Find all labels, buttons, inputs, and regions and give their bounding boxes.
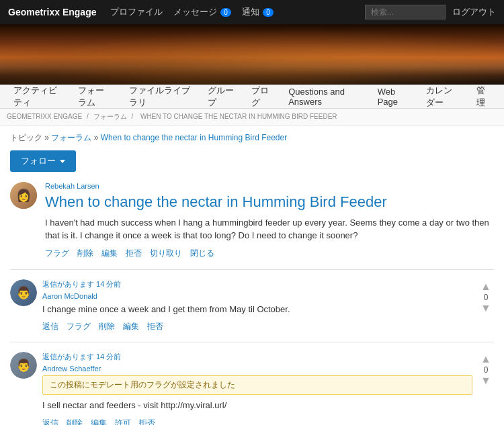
main-post-actions: フラグ 削除 編集 拒否 切り取り 閉じる (45, 248, 494, 259)
notifications-badge: 0 (263, 8, 274, 17)
reply-1-actions: 返信 フラグ 削除 編集 拒否 (42, 321, 472, 332)
reply-1-action-edit[interactable]: 編集 (123, 321, 139, 332)
reply-1-vote-count: 0 (484, 293, 489, 302)
topic-forum-link[interactable]: フォーラム (51, 133, 91, 142)
main-content: トピック » フォーラム » When to change the nectar… (0, 126, 504, 425)
reply-2-meta: 返信があります 14 分前 (42, 352, 472, 362)
breadcrumb-sep2: / (131, 113, 135, 120)
rebekah-avatar: 👩 (10, 182, 37, 209)
reply-1-action-reply[interactable]: 返信 (42, 321, 58, 332)
brand-logo: Geometrixx Engage (8, 7, 97, 17)
reply-2-action-reply[interactable]: 返信 (42, 418, 58, 425)
hero-image (0, 24, 504, 85)
reply-2-votes: ▲ 0 ▼ (478, 352, 494, 425)
top-nav-links: プロファイル メッセージ 0 通知 0 (110, 6, 366, 18)
main-post-text: I haven't had much success when I hang a… (45, 216, 494, 242)
divider-1 (10, 269, 494, 270)
divider-2 (10, 342, 494, 342)
reply-1-meta: 返信があります 14 分前 (42, 279, 472, 289)
main-post-author: Rebekah Larsen (45, 182, 494, 190)
reply-1-upvote[interactable]: ▲ (480, 281, 492, 293)
topic-prefix: トピック » (10, 133, 49, 142)
topic-title-link[interactable]: When to change the nectar in Humming Bir… (101, 133, 287, 142)
logout-link[interactable]: ログアウト (452, 6, 496, 18)
moderated-notice: この投稿にモデレート用のフラグが設定されました (42, 375, 472, 395)
top-navigation: Geometrixx Engage プロファイル メッセージ 0 通知 0 ログ… (0, 0, 504, 24)
nav-webpage[interactable]: Web Page (371, 81, 417, 112)
reply-1-downvote[interactable]: ▼ (480, 302, 492, 314)
breadcrumb-home[interactable]: GEOMETRIXX ENGAGE (7, 113, 82, 120)
main-post: 👩 Rebekah Larsen When to change the nect… (10, 182, 494, 259)
reply-1: 👨 返信があります 14 分前 Aaron McDonald I change … (10, 273, 494, 340)
messages-badge: 0 (220, 8, 231, 17)
action-delete[interactable]: 削除 (77, 248, 93, 259)
profile-link[interactable]: プロファイル (110, 6, 163, 18)
reply-1-author: Aaron McDonald (42, 292, 472, 300)
aaron-avatar: 👨 (10, 279, 37, 306)
reply-2-body: 返信があります 14 分前 Andrew Schaeffer この投稿にモデレー… (42, 352, 472, 425)
reply-1-action-reject[interactable]: 拒否 (147, 321, 163, 332)
andrew-avatar: 👨 (10, 352, 37, 379)
breadcrumb-forum[interactable]: フォーラム (93, 113, 127, 120)
search-input[interactable] (365, 5, 446, 19)
action-reject[interactable]: 拒否 (126, 248, 142, 259)
reply-2-upvote[interactable]: ▲ (480, 353, 492, 365)
reply-2-action-reject[interactable]: 拒否 (139, 418, 155, 425)
reply-1-meta-link[interactable]: 返信があります 14 分前 (42, 280, 121, 288)
reply-1-action-delete[interactable]: 削除 (99, 321, 115, 332)
reply-2-action-delete[interactable]: 削除 (67, 418, 83, 425)
search-area (365, 5, 446, 19)
topic-breadcrumb: トピック » フォーラム » When to change the nectar… (10, 132, 494, 144)
action-edit[interactable]: 編集 (101, 248, 118, 259)
secondary-navigation: アクティビティ フォーラム ファイルライブラリ グループ ブログ Questio… (0, 85, 504, 109)
notifications-link[interactable]: 通知 0 (242, 6, 274, 18)
reply-2-author: Andrew Schaeffer (42, 365, 472, 373)
breadcrumb-sep1: / (87, 113, 91, 120)
reply-2-text: I sell nectar and feeders - visit http:/… (42, 399, 472, 412)
reply-2-actions: 返信 削除 編集 許可 拒否 (42, 418, 472, 425)
reply-1-text: I change mine once a week and I get them… (42, 303, 472, 316)
reply-1-votes: ▲ 0 ▼ (478, 279, 494, 333)
main-post-title: When to change the nectar in Humming Bir… (45, 193, 494, 212)
hero-overlay (0, 24, 504, 85)
reply-2-action-approve[interactable]: 許可 (115, 418, 131, 425)
topic-arrow: » (94, 133, 101, 142)
reply-2-meta-link[interactable]: 返信があります 14 分前 (42, 352, 121, 361)
action-flag[interactable]: フラグ (45, 248, 69, 259)
nav-qa[interactable]: Questions and Answers (282, 81, 368, 112)
messages-link[interactable]: メッセージ 0 (173, 6, 231, 18)
follow-dropdown-icon (60, 160, 65, 163)
reply-2-action-edit[interactable]: 編集 (91, 418, 107, 425)
reply-2-downvote[interactable]: ▼ (480, 375, 492, 387)
follow-button[interactable]: フォロー (10, 150, 76, 172)
action-cut[interactable]: 切り取り (150, 248, 182, 259)
reply-1-body: 返信があります 14 分前 Aaron McDonald I change mi… (42, 279, 472, 333)
breadcrumb-current: WHEN TO CHANGE THE NECTAR IN HUMMING BIR… (140, 113, 337, 120)
action-close[interactable]: 閉じる (190, 248, 214, 259)
main-post-body: Rebekah Larsen When to change the nectar… (45, 182, 494, 259)
reply-1-action-flag[interactable]: フラグ (67, 321, 91, 332)
reply-2-vote-count: 0 (484, 365, 489, 375)
reply-2: 👨 返信があります 14 分前 Andrew Schaeffer この投稿にモデ… (10, 345, 494, 425)
